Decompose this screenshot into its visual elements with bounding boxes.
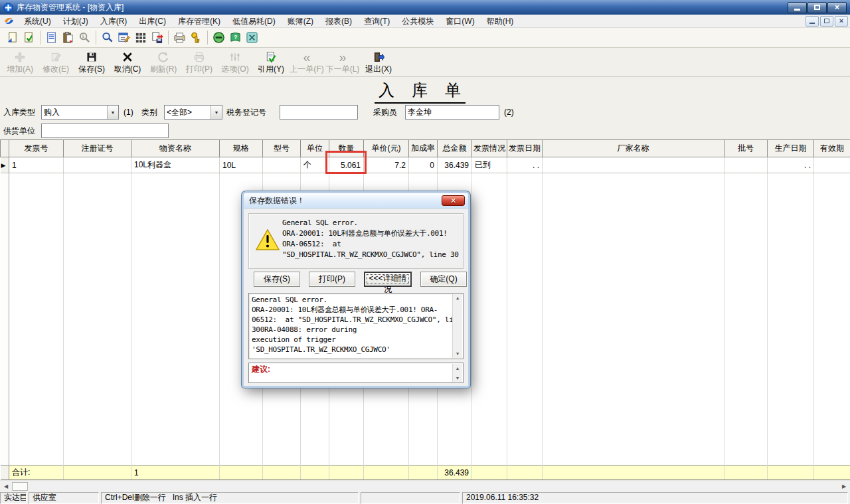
category-select[interactable]: <全部> ▼: [164, 105, 222, 120]
suggestion-scrollbar[interactable]: ▲▼: [452, 364, 462, 382]
dialog-save-button[interactable]: 保存(S): [254, 272, 300, 287]
sum-cell: [507, 465, 543, 480]
toolbar-btn-cancel[interactable]: 取消(C): [110, 48, 145, 76]
grid-col-header-1[interactable]: 发票号: [9, 140, 64, 157]
menu-item-9[interactable]: 查询(T): [358, 15, 396, 28]
help-book-icon[interactable]: ?: [227, 30, 244, 46]
grid-cell[interactable]: 已到: [472, 157, 507, 173]
doc-export-icon[interactable]: [149, 30, 165, 46]
menu-item-6[interactable]: 低值易耗(D): [226, 15, 282, 28]
key-icon[interactable]: [188, 30, 205, 46]
doc-new-icon[interactable]: [4, 30, 21, 46]
toolbar-btn-exit[interactable]: 退出(X): [361, 48, 396, 76]
minimize-button[interactable]: [788, 2, 807, 13]
grid-col-header-11[interactable]: 发票情况: [472, 140, 507, 157]
tax-id-field[interactable]: [280, 105, 358, 120]
app-window: 库存物资管理系统 - [物资入库] × 系统(U)计划(J)入库(R)出库(C)…: [0, 0, 850, 504]
status-segment-5: 2019.06.11 16:35:32: [462, 492, 848, 504]
dialog-suggestion-box[interactable]: 建议: ▲▼: [248, 363, 464, 383]
svg-text:?: ?: [234, 34, 237, 41]
grid-cell[interactable]: 7.2: [364, 157, 409, 173]
menu-item-3[interactable]: 入库(R): [94, 15, 133, 28]
scroll-right-icon[interactable]: ▶: [839, 481, 849, 491]
search-icon[interactable]: [99, 30, 116, 46]
close-button[interactable]: ×: [827, 2, 847, 13]
menu-item-4[interactable]: 出库(C): [133, 15, 172, 28]
sum-cell: 36.439: [438, 465, 472, 480]
scroll-left-icon[interactable]: ◀: [1, 481, 11, 491]
detail-scrollbar[interactable]: ▲▼: [452, 294, 462, 358]
grid-cell[interactable]: 1: [9, 157, 64, 173]
scroll-up-icon[interactable]: ▲: [454, 294, 462, 302]
close-box-icon[interactable]: [244, 30, 260, 46]
grid-col-header-5[interactable]: 型号: [263, 140, 301, 157]
chevron-down-icon[interactable]: ▼: [211, 106, 222, 119]
grid-cell[interactable]: . .: [507, 157, 543, 173]
print-icon: [193, 50, 206, 64]
menu-item-5[interactable]: 库存管理(K): [172, 15, 226, 28]
h-scrollbar[interactable]: ◀ ▶: [0, 480, 850, 491]
dialog-ok-button[interactable]: 确定(Q): [420, 272, 467, 287]
entry-type-select[interactable]: 购入 ▼: [41, 105, 119, 120]
menu-item-7[interactable]: 账簿(Z): [282, 15, 319, 28]
chevron-down-icon[interactable]: ▼: [107, 106, 118, 119]
grid-cell[interactable]: 10L利器盒: [131, 157, 220, 173]
scroll-up-icon[interactable]: ▲: [454, 364, 462, 372]
grid-cell[interactable]: [263, 157, 301, 173]
dialog-close-button[interactable]: ✕: [442, 195, 465, 206]
grid-cell[interactable]: 36.439: [438, 157, 472, 173]
grid-col-header-15[interactable]: 生产日期: [768, 140, 814, 157]
dialog-print-button[interactable]: 打印(P): [309, 272, 355, 287]
grid-col-header-3[interactable]: 物资名称: [131, 140, 220, 157]
grid-view-icon[interactable]: [132, 30, 149, 46]
grid-col-header-2[interactable]: 注册证号: [64, 140, 131, 157]
grid-col-header-4[interactable]: 规格: [220, 140, 263, 157]
grid-col-header-12[interactable]: 发票日期: [507, 140, 543, 157]
buyer-field[interactable]: [405, 105, 499, 120]
dialog-detail-text[interactable]: General SQL error. ORA-20001: 10L利器盒总额与单…: [248, 293, 464, 359]
sum-cell: [814, 465, 850, 480]
mdi-restore-button[interactable]: [820, 16, 833, 27]
titlebar: 库存物资管理系统 - [物资入库] ×: [0, 0, 850, 15]
grid-col-header-8[interactable]: 单价(元): [364, 140, 409, 157]
highlight-annotation: [325, 151, 367, 174]
grid-col-header-14[interactable]: 批号: [724, 140, 768, 157]
grid-cell[interactable]: 10L: [220, 157, 263, 173]
grid-cell[interactable]: [814, 157, 850, 173]
menu-item-11[interactable]: 窗口(W): [440, 15, 480, 28]
dialog-titlebar: 保存数据错误！: [244, 193, 468, 209]
menu-item-12[interactable]: 帮助(H): [481, 15, 520, 28]
money-search-icon[interactable]: $: [76, 30, 93, 46]
grid-cell[interactable]: [64, 157, 131, 173]
grid-cell[interactable]: [543, 157, 724, 173]
grid-col-header-9[interactable]: 加成率: [409, 140, 438, 157]
dialog-details-button[interactable]: <<<详细情况: [364, 272, 412, 287]
scroll-down-icon[interactable]: ▼: [454, 374, 462, 382]
printer-device-icon[interactable]: [171, 30, 188, 46]
scroll-down-icon[interactable]: ▼: [454, 350, 462, 358]
grid-cell[interactable]: . .: [768, 157, 814, 173]
scroll-thumb[interactable]: [12, 482, 28, 491]
dialog-title: 保存数据错误！: [249, 195, 305, 207]
mdi-minimize-button[interactable]: [806, 16, 819, 27]
grid-col-header-16[interactable]: 有效期: [814, 140, 850, 157]
clipboard-paste-icon[interactable]: [60, 30, 76, 46]
toolbar-btn-save[interactable]: 保存(S): [74, 48, 110, 76]
doc-check-icon[interactable]: [21, 30, 37, 46]
grid-col-header-13[interactable]: 厂家名称: [543, 140, 724, 157]
menu-item-10[interactable]: 公共模块: [396, 15, 440, 28]
doc-view-icon[interactable]: [43, 30, 60, 46]
grid-col-header-10[interactable]: 总金额: [438, 140, 472, 157]
calendar-edit-icon[interactable]: [116, 30, 132, 46]
menu-item-1[interactable]: 系统(U): [18, 15, 57, 28]
menu-item-2[interactable]: 计划(J): [57, 15, 94, 28]
close-icon: ✕: [450, 197, 456, 205]
menu-item-8[interactable]: 报表(B): [319, 15, 358, 28]
grid-cell[interactable]: 0: [409, 157, 438, 173]
stop-icon[interactable]: [211, 30, 227, 46]
toolbar-btn-cite[interactable]: 引用(Y): [253, 48, 289, 76]
supplier-field[interactable]: [41, 124, 169, 138]
restore-button[interactable]: [808, 2, 827, 13]
grid-cell[interactable]: [724, 157, 768, 173]
mdi-close-button[interactable]: ×: [835, 16, 848, 27]
